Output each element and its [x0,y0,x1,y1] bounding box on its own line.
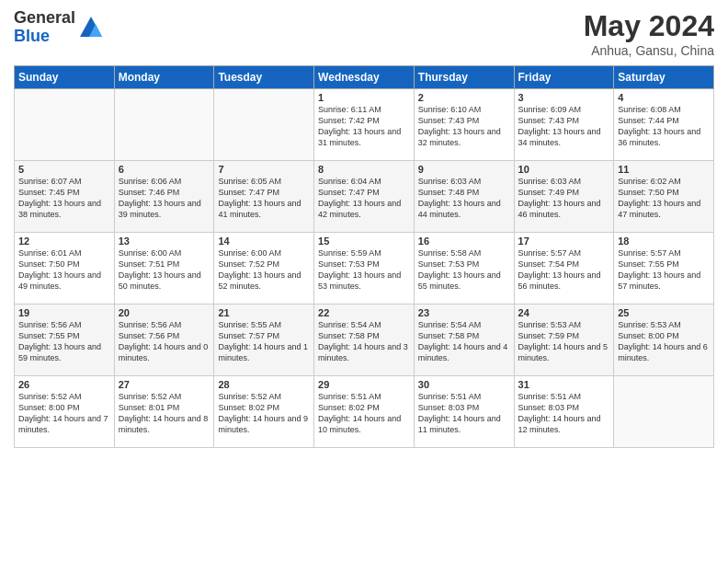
day-info: Sunrise: 5:51 AM Sunset: 8:02 PM Dayligh… [318,391,410,436]
table-row [15,89,115,161]
table-row: 27Sunrise: 5:52 AM Sunset: 8:01 PM Dayli… [114,376,214,448]
day-number: 20 [119,307,210,318]
header: General Blue May 2024 Anhua, Gansu, Chin… [14,9,714,58]
day-number: 25 [618,307,710,318]
day-number: 16 [418,236,510,247]
calendar-week-4: 26Sunrise: 5:52 AM Sunset: 8:00 PM Dayli… [15,376,714,448]
col-monday: Monday [114,66,214,89]
day-number: 29 [318,379,410,390]
col-tuesday: Tuesday [214,66,314,89]
day-number: 24 [518,307,610,318]
day-info: Sunrise: 5:53 AM Sunset: 7:59 PM Dayligh… [518,319,610,364]
day-number: 4 [618,92,710,103]
day-number: 5 [18,164,110,175]
logo-blue: Blue [14,28,75,46]
day-number: 8 [318,164,410,175]
day-number: 23 [418,307,510,318]
day-info: Sunrise: 5:52 AM Sunset: 8:02 PM Dayligh… [218,391,310,436]
day-info: Sunrise: 6:03 AM Sunset: 7:49 PM Dayligh… [518,176,610,221]
day-number: 2 [418,92,510,103]
table-row: 10Sunrise: 6:03 AM Sunset: 7:49 PM Dayli… [514,161,614,233]
table-row [214,89,314,161]
day-number: 14 [218,236,310,247]
day-info: Sunrise: 6:02 AM Sunset: 7:50 PM Dayligh… [618,176,710,221]
table-row: 4Sunrise: 6:08 AM Sunset: 7:44 PM Daylig… [614,89,714,161]
table-row [114,89,214,161]
table-row: 12Sunrise: 6:01 AM Sunset: 7:50 PM Dayli… [15,233,115,304]
table-row: 31Sunrise: 5:51 AM Sunset: 8:03 PM Dayli… [514,376,614,448]
day-number: 6 [119,164,210,175]
table-row: 19Sunrise: 5:56 AM Sunset: 7:55 PM Dayli… [15,304,115,376]
day-number: 17 [518,236,610,247]
table-row: 23Sunrise: 5:54 AM Sunset: 7:58 PM Dayli… [414,304,514,376]
table-row: 3Sunrise: 6:09 AM Sunset: 7:43 PM Daylig… [514,89,614,161]
day-number: 12 [18,236,110,247]
col-wednesday: Wednesday [314,66,415,89]
day-number: 1 [318,92,410,103]
table-row: 13Sunrise: 6:00 AM Sunset: 7:51 PM Dayli… [114,233,214,304]
day-info: Sunrise: 6:00 AM Sunset: 7:52 PM Dayligh… [218,247,310,293]
day-info: Sunrise: 6:03 AM Sunset: 7:48 PM Dayligh… [418,176,510,221]
day-number: 7 [218,164,310,175]
day-info: Sunrise: 6:11 AM Sunset: 7:42 PM Dayligh… [318,104,410,149]
header-row: Sunday Monday Tuesday Wednesday Thursday… [15,66,714,89]
col-friday: Friday [514,66,614,89]
day-info: Sunrise: 6:01 AM Sunset: 7:50 PM Dayligh… [18,247,110,293]
day-number: 11 [618,164,710,175]
day-info: Sunrise: 5:57 AM Sunset: 7:54 PM Dayligh… [518,247,610,293]
calendar-table: Sunday Monday Tuesday Wednesday Thursday… [14,65,714,448]
day-info: Sunrise: 6:05 AM Sunset: 7:47 PM Dayligh… [218,176,310,221]
table-row: 2Sunrise: 6:10 AM Sunset: 7:43 PM Daylig… [414,89,514,161]
table-row: 28Sunrise: 5:52 AM Sunset: 8:02 PM Dayli… [214,376,314,448]
table-row: 25Sunrise: 5:53 AM Sunset: 8:00 PM Dayli… [614,304,714,376]
day-info: Sunrise: 5:52 AM Sunset: 8:00 PM Dayligh… [18,391,110,436]
day-info: Sunrise: 5:56 AM Sunset: 7:56 PM Dayligh… [119,319,210,364]
day-info: Sunrise: 5:54 AM Sunset: 7:58 PM Dayligh… [318,319,410,364]
col-saturday: Saturday [614,66,714,89]
day-number: 21 [218,307,310,318]
calendar-title: May 2024 [584,9,714,43]
day-number: 22 [318,307,410,318]
table-row: 14Sunrise: 6:00 AM Sunset: 7:52 PM Dayli… [214,233,314,304]
day-number: 19 [18,307,110,318]
logo-general: General [14,9,75,28]
day-info: Sunrise: 5:58 AM Sunset: 7:53 PM Dayligh… [418,247,510,293]
table-row: 26Sunrise: 5:52 AM Sunset: 8:00 PM Dayli… [15,376,115,448]
day-number: 10 [518,164,610,175]
day-info: Sunrise: 5:56 AM Sunset: 7:55 PM Dayligh… [18,319,110,364]
table-row [614,376,714,448]
day-info: Sunrise: 5:53 AM Sunset: 8:00 PM Dayligh… [618,319,710,364]
table-row: 6Sunrise: 6:06 AM Sunset: 7:46 PM Daylig… [114,161,214,233]
logo: General Blue [14,9,104,46]
day-info: Sunrise: 6:09 AM Sunset: 7:43 PM Dayligh… [518,104,610,149]
day-number: 15 [318,236,410,247]
table-row: 11Sunrise: 6:02 AM Sunset: 7:50 PM Dayli… [614,161,714,233]
day-number: 9 [418,164,510,175]
table-row: 16Sunrise: 5:58 AM Sunset: 7:53 PM Dayli… [414,233,514,304]
table-row: 18Sunrise: 5:57 AM Sunset: 7:55 PM Dayli… [614,233,714,304]
day-info: Sunrise: 5:55 AM Sunset: 7:57 PM Dayligh… [218,319,310,364]
day-info: Sunrise: 6:08 AM Sunset: 7:44 PM Dayligh… [618,104,710,149]
table-row: 24Sunrise: 5:53 AM Sunset: 7:59 PM Dayli… [514,304,614,376]
col-thursday: Thursday [414,66,514,89]
table-row: 8Sunrise: 6:04 AM Sunset: 7:47 PM Daylig… [314,161,415,233]
day-info: Sunrise: 5:51 AM Sunset: 8:03 PM Dayligh… [518,391,610,436]
day-info: Sunrise: 5:59 AM Sunset: 7:53 PM Dayligh… [318,247,410,293]
col-sunday: Sunday [15,66,115,89]
calendar-subtitle: Anhua, Gansu, China [584,43,714,58]
day-number: 26 [18,379,110,390]
day-number: 27 [119,379,210,390]
table-row: 15Sunrise: 5:59 AM Sunset: 7:53 PM Dayli… [314,233,415,304]
day-number: 13 [119,236,210,247]
day-info: Sunrise: 6:10 AM Sunset: 7:43 PM Dayligh… [418,104,510,149]
day-info: Sunrise: 6:00 AM Sunset: 7:51 PM Dayligh… [119,247,210,293]
day-info: Sunrise: 5:57 AM Sunset: 7:55 PM Dayligh… [618,247,710,293]
day-number: 18 [618,236,710,247]
table-row: 22Sunrise: 5:54 AM Sunset: 7:58 PM Dayli… [314,304,415,376]
calendar-week-3: 19Sunrise: 5:56 AM Sunset: 7:55 PM Dayli… [15,304,714,376]
table-row: 9Sunrise: 6:03 AM Sunset: 7:48 PM Daylig… [414,161,514,233]
day-number: 3 [518,92,610,103]
day-number: 28 [218,379,310,390]
calendar-week-0: 1Sunrise: 6:11 AM Sunset: 7:42 PM Daylig… [15,89,714,161]
title-block: May 2024 Anhua, Gansu, China [584,9,714,58]
